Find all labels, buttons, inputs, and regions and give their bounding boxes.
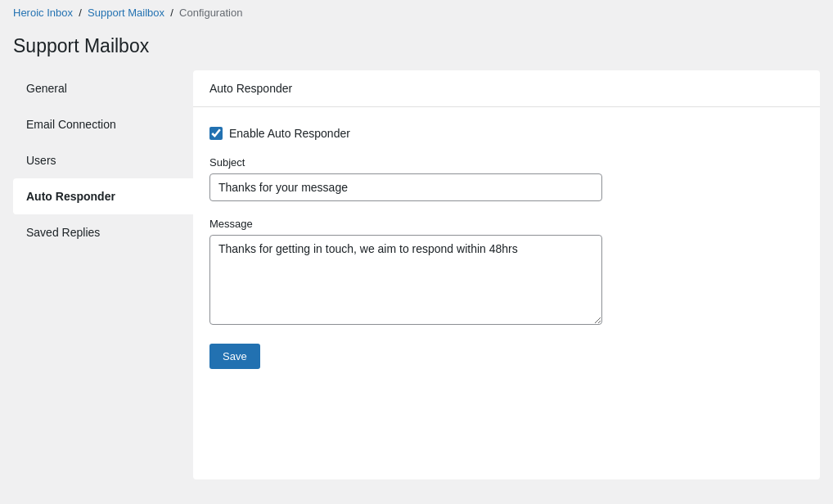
enable-auto-responder-label[interactable]: Enable Auto Responder [229,127,350,140]
save-button[interactable]: Save [209,344,260,369]
sidebar-item-auto-responder[interactable]: Auto Responder [13,178,193,214]
sidebar-item-email-connection[interactable]: Email Connection [13,106,193,142]
breadcrumb-link-support-mailbox[interactable]: Support Mailbox [88,7,164,19]
enable-auto-responder-checkbox[interactable] [209,127,223,140]
section-title: Auto Responder [209,82,292,95]
section-body: Enable Auto Responder Subject Message Sa… [193,107,820,389]
subject-group: Subject [209,156,804,201]
sidebar: General Email Connection Users Auto Resp… [13,70,193,479]
enable-auto-responder-row: Enable Auto Responder [209,127,804,140]
message-textarea[interactable] [209,235,602,325]
sidebar-item-saved-replies[interactable]: Saved Replies [13,214,193,250]
breadcrumb-link-heroic-inbox[interactable]: Heroic Inbox [13,7,73,19]
sidebar-item-users[interactable]: Users [13,142,193,178]
page-title: Support Mailbox [0,25,833,70]
subject-label: Subject [209,156,804,169]
message-group: Message [209,218,804,327]
message-label: Message [209,218,804,230]
breadcrumb-current: Configuration [179,7,242,19]
section-header: Auto Responder [193,70,820,107]
sidebar-item-general[interactable]: General [13,70,193,106]
breadcrumb: Heroic Inbox / Support Mailbox / Configu… [0,0,833,25]
main-panel: Auto Responder Enable Auto Responder Sub… [193,70,820,479]
subject-input[interactable] [209,173,602,201]
